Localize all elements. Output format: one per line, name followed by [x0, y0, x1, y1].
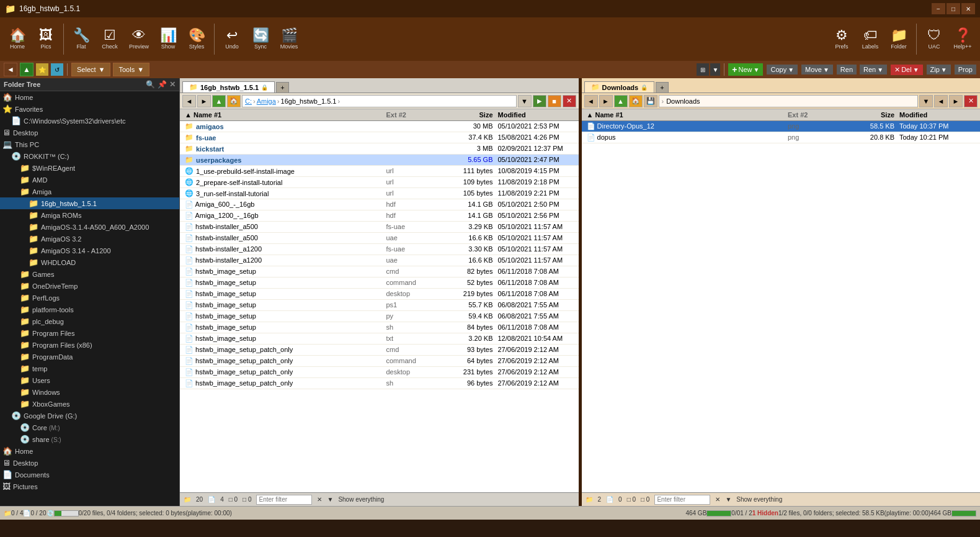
- tree-item[interactable]: 📁Amiga ROMs: [0, 209, 179, 221]
- sync-button[interactable]: 🔄 Sync: [247, 20, 274, 58]
- left-path-dropdown[interactable]: ▼: [518, 95, 532, 107]
- right-nav-drive[interactable]: 💾: [644, 95, 657, 107]
- undo-button[interactable]: ↩ Undo: [218, 20, 246, 58]
- check-button[interactable]: ☑ Check: [96, 20, 123, 58]
- left-file-row[interactable]: 📄 hstwb_image_setup command 52 bytes 06/…: [180, 278, 579, 289]
- left-file-row[interactable]: 📄 hstwb-installer_a500 fs-uae 3.29 KB 05…: [180, 222, 579, 233]
- flat-button[interactable]: 🔧 Flat: [68, 20, 95, 58]
- tree-item[interactable]: 💿share (S:): [0, 433, 179, 445]
- right-col-modified[interactable]: Modified: [897, 111, 978, 119]
- show-button[interactable]: 📊 Show: [154, 20, 182, 58]
- left-file-row[interactable]: 📄 hstwb_image_setup py 59.4 KB 06/08/202…: [180, 311, 579, 322]
- left-nav-green[interactable]: ▶: [533, 95, 546, 107]
- left-col-ext[interactable]: Ext #2: [384, 111, 434, 119]
- uac-button[interactable]: 🛡 UAC: [920, 20, 948, 58]
- tree-item[interactable]: 🏠Home: [0, 91, 179, 103]
- tree-item[interactable]: 📄Documents: [0, 469, 179, 481]
- view-arrow-button[interactable]: ▼: [710, 63, 720, 76]
- tree-item[interactable]: 📁WHDLOAD: [0, 256, 179, 268]
- right-file-row[interactable]: 📄 dopus png 20.8 KB Today 10:21 PM: [582, 132, 981, 143]
- tree-item[interactable]: 🖥Desktop: [0, 457, 179, 469]
- right-filter-clear[interactable]: ✕: [715, 496, 720, 503]
- right-col-size[interactable]: Size: [835, 111, 897, 119]
- tree-item[interactable]: 📁OneDriveTemp: [0, 280, 179, 292]
- tools-button[interactable]: Tools ▼: [113, 63, 149, 76]
- tree-pin-icon[interactable]: 📌: [158, 80, 167, 89]
- right-file-row[interactable]: 📄 Directory-Opus_12 png 58.5 KB Today 10…: [582, 121, 981, 132]
- tree-item[interactable]: 📁16gb_hstwb_1.5.1: [0, 197, 179, 209]
- right-nav-back[interactable]: ◄: [584, 95, 598, 107]
- right-col-name[interactable]: ▲ Name #1: [584, 111, 786, 119]
- right-path-bar[interactable]: › Downloads: [659, 95, 919, 107]
- left-file-row[interactable]: 📄 hstwb_image_setup desktop 219 bytes 06…: [180, 289, 579, 300]
- left-panel-tab-active[interactable]: 📁 16gb_hstwb_1.5.1 🔒: [182, 81, 275, 93]
- new-button[interactable]: + New ▼: [728, 63, 763, 76]
- left-file-row[interactable]: 📄 hstwb_image_setup_patch_only desktop 2…: [180, 367, 579, 378]
- help-button[interactable]: ❓ Help++: [949, 20, 976, 58]
- tree-item[interactable]: 🏠Home: [0, 445, 179, 457]
- tree-item[interactable]: 💿Google Drive (G:): [0, 410, 179, 422]
- refresh-button[interactable]: ↺: [51, 63, 63, 76]
- left-file-row[interactable]: 📄 hstwb_image_setup_patch_only sh 96 byt…: [180, 378, 579, 389]
- tree-item[interactable]: 🖥Desktop: [0, 127, 179, 138]
- right-nav-left-arrow[interactable]: ◄: [934, 95, 948, 107]
- left-nav-orange[interactable]: ■: [548, 95, 561, 107]
- left-file-row[interactable]: 📄 hstwb-installer_a500 uae 16.6 KB 05/10…: [180, 233, 579, 244]
- left-file-row[interactable]: 📁 amigaos 30 MB 05/10/2021 2:53 PM: [180, 121, 579, 132]
- nav-up-button[interactable]: ▲: [20, 63, 33, 76]
- left-panel-add-tab[interactable]: +: [276, 82, 288, 93]
- styles-button[interactable]: 🎨 Styles: [183, 20, 210, 58]
- right-nav-right-arrow[interactable]: ►: [949, 95, 963, 107]
- left-file-row[interactable]: 📄 Amiga_600_-_16gb hdf 14.1 GB 05/10/202…: [180, 199, 579, 210]
- right-nav-home[interactable]: 🏠: [629, 95, 643, 107]
- left-nav-back[interactable]: ◄: [182, 95, 196, 107]
- tree-item[interactable]: 📁Amiga: [0, 186, 179, 197]
- maximize-button[interactable]: □: [947, 3, 960, 14]
- pics-button[interactable]: 🖼 Pics: [32, 20, 60, 58]
- tree-item[interactable]: 📁Program Files (x86): [0, 339, 179, 351]
- tree-item[interactable]: 📁Users: [0, 374, 179, 386]
- tree-item[interactable]: 💻This PC: [0, 138, 179, 150]
- del-button[interactable]: ✕ Del ▼: [891, 65, 922, 75]
- left-file-row[interactable]: 🌐 3_run-self-install-tutorial url 105 by…: [180, 188, 579, 199]
- left-file-row[interactable]: 📄 hstwb_image_setup txt 3.20 KB 12/08/20…: [180, 333, 579, 345]
- left-file-row[interactable]: 📄 Amiga_1200_-_16gb hdf 14.1 GB 05/10/20…: [180, 210, 579, 222]
- left-nav-up[interactable]: ▲: [212, 95, 226, 107]
- left-file-row[interactable]: 📄 hstwb_image_setup_patch_only cmd 93 by…: [180, 345, 579, 356]
- left-file-row[interactable]: 📄 hstwb-installer_a1200 uae 16.6 KB 05/1…: [180, 255, 579, 266]
- tree-item[interactable]: 📁plc_debug: [0, 315, 179, 327]
- tree-item[interactable]: 📁Windows: [0, 386, 179, 398]
- left-file-row[interactable]: 📄 hstwb_image_setup cmd 82 bytes 06/11/2…: [180, 266, 579, 278]
- right-panel-add-tab[interactable]: +: [656, 82, 668, 93]
- tree-search-icon[interactable]: 🔍: [146, 80, 155, 89]
- view-toggle-button[interactable]: ⊞: [697, 63, 709, 76]
- ren2-button[interactable]: Ren ▼: [860, 65, 887, 74]
- tree-item[interactable]: 💿Core (M:): [0, 422, 179, 433]
- tree-item[interactable]: 📁AmigaOS 3.2: [0, 233, 179, 245]
- close-button[interactable]: ✕: [961, 3, 975, 14]
- tree-item[interactable]: 📁XboxGames: [0, 398, 179, 410]
- tree-item[interactable]: 🖼Pictures: [0, 481, 179, 492]
- right-col-ext[interactable]: Ext #2: [785, 111, 835, 119]
- left-col-name[interactable]: ▲ Name #1: [182, 111, 384, 119]
- preview-button[interactable]: 👁 Preview: [125, 20, 153, 58]
- prop-button[interactable]: Prop: [955, 65, 976, 74]
- right-panel-tab-active[interactable]: 📁 Downloads 🔒: [584, 81, 655, 93]
- tree-item[interactable]: 📁PerfLogs: [0, 292, 179, 304]
- tree-close-icon[interactable]: ✕: [169, 80, 176, 89]
- left-nav-forward[interactable]: ►: [197, 95, 211, 107]
- left-filter-clear[interactable]: ✕: [317, 496, 322, 503]
- right-nav-close[interactable]: ✕: [964, 95, 978, 107]
- left-col-modified[interactable]: Modified: [496, 111, 576, 119]
- copy-button[interactable]: Copy ▼: [767, 65, 798, 74]
- labels-button[interactable]: 🏷 Labels: [857, 20, 884, 58]
- tree-item[interactable]: 📁temp: [0, 363, 179, 374]
- tree-item[interactable]: ⭐Favorites: [0, 103, 179, 115]
- left-nav-red[interactable]: ✕: [563, 95, 576, 107]
- left-file-row[interactable]: 📄 hstwb_image_setup sh 84 bytes 06/11/20…: [180, 322, 579, 333]
- left-file-row[interactable]: 📄 hstwb-installer_a1200 fs-uae 3.30 KB 0…: [180, 244, 579, 255]
- movies-button[interactable]: 🎬 Movies: [275, 20, 303, 58]
- right-nav-up[interactable]: ▲: [614, 95, 628, 107]
- tree-item[interactable]: 📁Games: [0, 268, 179, 280]
- ren-button[interactable]: Ren: [837, 65, 857, 74]
